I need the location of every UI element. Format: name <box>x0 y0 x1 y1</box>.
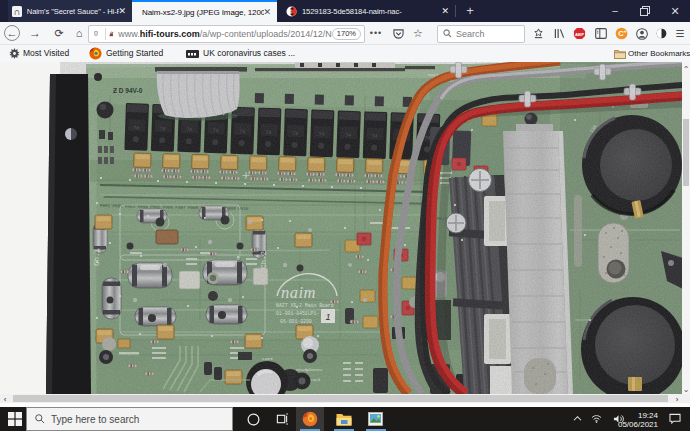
svg-text:ABP: ABP <box>574 32 583 37</box>
